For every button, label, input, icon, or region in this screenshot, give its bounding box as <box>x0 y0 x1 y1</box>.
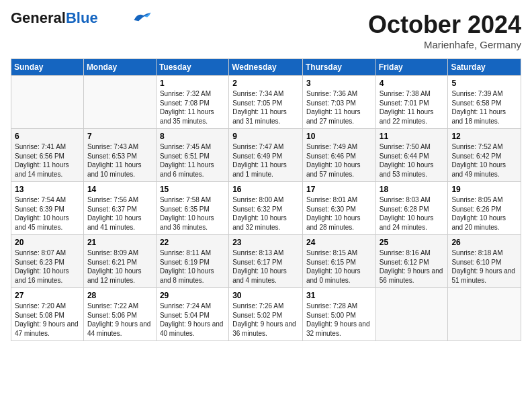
day-info: Sunrise: 7:26 AMSunset: 5:02 PMDaylight:… <box>232 302 299 338</box>
day-number: 1 <box>160 79 225 88</box>
logo-bird-icon <box>133 11 152 23</box>
day-number: 16 <box>232 185 299 194</box>
calendar-cell: 15Sunrise: 7:58 AMSunset: 6:35 PMDayligh… <box>156 182 228 235</box>
day-number: 3 <box>306 79 372 88</box>
calendar-cell: 16Sunrise: 8:00 AMSunset: 6:32 PMDayligh… <box>229 182 303 235</box>
calendar-cell: 27Sunrise: 7:20 AMSunset: 5:08 PMDayligh… <box>11 288 84 341</box>
day-number: 19 <box>451 185 517 194</box>
day-number: 23 <box>232 238 299 247</box>
day-info: Sunrise: 7:45 AMSunset: 6:51 PMDaylight:… <box>160 142 225 179</box>
calendar-cell: 31Sunrise: 7:28 AMSunset: 5:00 PMDayligh… <box>302 288 375 341</box>
day-number: 25 <box>380 238 445 247</box>
day-number: 6 <box>15 132 80 141</box>
calendar-week-row: 1Sunrise: 7:32 AMSunset: 7:08 PMDaylight… <box>11 76 521 129</box>
calendar-cell: 8Sunrise: 7:45 AMSunset: 6:51 PMDaylight… <box>156 129 228 182</box>
day-number: 5 <box>451 79 517 88</box>
day-number: 24 <box>306 238 372 247</box>
calendar-cell <box>83 76 156 129</box>
day-number: 2 <box>232 79 299 88</box>
day-info: Sunrise: 8:01 AMSunset: 6:30 PMDaylight:… <box>306 195 372 232</box>
day-info: Sunrise: 7:28 AMSunset: 5:00 PMDaylight:… <box>306 302 372 338</box>
day-info: Sunrise: 7:24 AMSunset: 5:04 PMDaylight:… <box>160 302 225 338</box>
day-number: 7 <box>87 132 152 141</box>
calendar-week-row: 20Sunrise: 8:07 AMSunset: 6:23 PMDayligh… <box>11 235 521 288</box>
location: Marienhafe, Germany <box>368 39 521 50</box>
weekday-header: Sunday <box>11 59 84 76</box>
day-info: Sunrise: 8:00 AMSunset: 6:32 PMDaylight:… <box>232 195 299 232</box>
calendar-cell: 21Sunrise: 8:09 AMSunset: 6:21 PMDayligh… <box>83 235 156 288</box>
day-info: Sunrise: 7:49 AMSunset: 6:46 PMDaylight:… <box>306 142 372 179</box>
calendar-cell: 2Sunrise: 7:34 AMSunset: 7:05 PMDaylight… <box>229 76 303 129</box>
logo-text: GeneralBlue <box>11 11 98 26</box>
month-title: October 2024 <box>368 11 521 39</box>
calendar-cell: 11Sunrise: 7:50 AMSunset: 6:44 PMDayligh… <box>375 129 448 182</box>
day-info: Sunrise: 7:58 AMSunset: 6:35 PMDaylight:… <box>160 195 225 232</box>
day-info: Sunrise: 8:13 AMSunset: 6:17 PMDaylight:… <box>232 248 299 285</box>
day-number: 20 <box>15 238 80 247</box>
day-info: Sunrise: 8:16 AMSunset: 6:12 PMDaylight:… <box>380 248 445 285</box>
day-info: Sunrise: 8:15 AMSunset: 6:15 PMDaylight:… <box>306 248 372 285</box>
day-info: Sunrise: 7:56 AMSunset: 6:37 PMDaylight:… <box>87 195 152 232</box>
day-info: Sunrise: 8:11 AMSunset: 6:19 PMDaylight:… <box>160 248 225 285</box>
day-info: Sunrise: 7:54 AMSunset: 6:39 PMDaylight:… <box>15 195 80 232</box>
calendar-cell: 23Sunrise: 8:13 AMSunset: 6:17 PMDayligh… <box>229 235 303 288</box>
calendar-cell: 17Sunrise: 8:01 AMSunset: 6:30 PMDayligh… <box>302 182 375 235</box>
day-info: Sunrise: 8:05 AMSunset: 6:26 PMDaylight:… <box>451 195 517 232</box>
day-info: Sunrise: 7:39 AMSunset: 6:58 PMDaylight:… <box>451 89 517 126</box>
day-info: Sunrise: 7:20 AMSunset: 5:08 PMDaylight:… <box>15 302 80 338</box>
calendar-cell: 25Sunrise: 8:16 AMSunset: 6:12 PMDayligh… <box>375 235 448 288</box>
calendar-cell: 24Sunrise: 8:15 AMSunset: 6:15 PMDayligh… <box>302 235 375 288</box>
day-number: 18 <box>380 185 445 194</box>
day-number: 31 <box>306 291 372 300</box>
day-number: 8 <box>160 132 225 141</box>
calendar-week-row: 13Sunrise: 7:54 AMSunset: 6:39 PMDayligh… <box>11 182 521 235</box>
calendar-cell: 22Sunrise: 8:11 AMSunset: 6:19 PMDayligh… <box>156 235 228 288</box>
calendar-cell: 3Sunrise: 7:36 AMSunset: 7:03 PMDaylight… <box>302 76 375 129</box>
day-info: Sunrise: 7:41 AMSunset: 6:56 PMDaylight:… <box>15 142 80 179</box>
calendar-cell <box>375 288 448 341</box>
calendar-cell: 28Sunrise: 7:22 AMSunset: 5:06 PMDayligh… <box>83 288 156 341</box>
weekday-header: Thursday <box>302 59 375 76</box>
day-number: 13 <box>15 185 80 194</box>
day-info: Sunrise: 7:34 AMSunset: 7:05 PMDaylight:… <box>232 89 299 126</box>
calendar-week-row: 27Sunrise: 7:20 AMSunset: 5:08 PMDayligh… <box>11 288 521 341</box>
calendar-table: SundayMondayTuesdayWednesdayThursdayFrid… <box>11 58 521 341</box>
weekday-header: Tuesday <box>156 59 228 76</box>
day-number: 10 <box>306 132 372 141</box>
calendar-cell <box>448 288 521 341</box>
day-info: Sunrise: 7:36 AMSunset: 7:03 PMDaylight:… <box>306 89 372 126</box>
weekday-header: Friday <box>375 59 448 76</box>
calendar-cell: 9Sunrise: 7:47 AMSunset: 6:49 PMDaylight… <box>229 129 303 182</box>
calendar-cell: 5Sunrise: 7:39 AMSunset: 6:58 PMDaylight… <box>448 76 521 129</box>
calendar-cell: 20Sunrise: 8:07 AMSunset: 6:23 PMDayligh… <box>11 235 84 288</box>
day-number: 21 <box>87 238 152 247</box>
day-info: Sunrise: 7:47 AMSunset: 6:49 PMDaylight:… <box>232 142 299 179</box>
day-info: Sunrise: 8:07 AMSunset: 6:23 PMDaylight:… <box>15 248 80 285</box>
day-info: Sunrise: 7:32 AMSunset: 7:08 PMDaylight:… <box>160 89 225 126</box>
day-number: 26 <box>451 238 517 247</box>
day-info: Sunrise: 7:50 AMSunset: 6:44 PMDaylight:… <box>380 142 445 179</box>
day-number: 29 <box>160 291 225 300</box>
calendar-week-row: 6Sunrise: 7:41 AMSunset: 6:56 PMDaylight… <box>11 129 521 182</box>
calendar-cell <box>11 76 84 129</box>
day-info: Sunrise: 7:43 AMSunset: 6:53 PMDaylight:… <box>87 142 152 179</box>
day-number: 27 <box>15 291 80 300</box>
calendar-cell: 30Sunrise: 7:26 AMSunset: 5:02 PMDayligh… <box>229 288 303 341</box>
day-info: Sunrise: 8:18 AMSunset: 6:10 PMDaylight:… <box>451 248 517 285</box>
weekday-header: Saturday <box>448 59 521 76</box>
day-number: 15 <box>160 185 225 194</box>
title-block: October 2024 Marienhafe, Germany <box>368 11 521 50</box>
day-number: 17 <box>306 185 372 194</box>
day-number: 28 <box>87 291 152 300</box>
calendar-cell: 6Sunrise: 7:41 AMSunset: 6:56 PMDaylight… <box>11 129 84 182</box>
calendar-cell: 7Sunrise: 7:43 AMSunset: 6:53 PMDaylight… <box>83 129 156 182</box>
weekday-header: Monday <box>83 59 156 76</box>
page-header: GeneralBlue October 2024 Marienhafe, Ger… <box>11 11 521 50</box>
day-info: Sunrise: 7:38 AMSunset: 7:01 PMDaylight:… <box>380 89 445 126</box>
day-info: Sunrise: 7:22 AMSunset: 5:06 PMDaylight:… <box>87 302 152 338</box>
day-info: Sunrise: 8:03 AMSunset: 6:28 PMDaylight:… <box>380 195 445 232</box>
day-number: 4 <box>380 79 445 88</box>
day-number: 22 <box>160 238 225 247</box>
calendar-cell: 12Sunrise: 7:52 AMSunset: 6:42 PMDayligh… <box>448 129 521 182</box>
weekday-header: Wednesday <box>229 59 303 76</box>
